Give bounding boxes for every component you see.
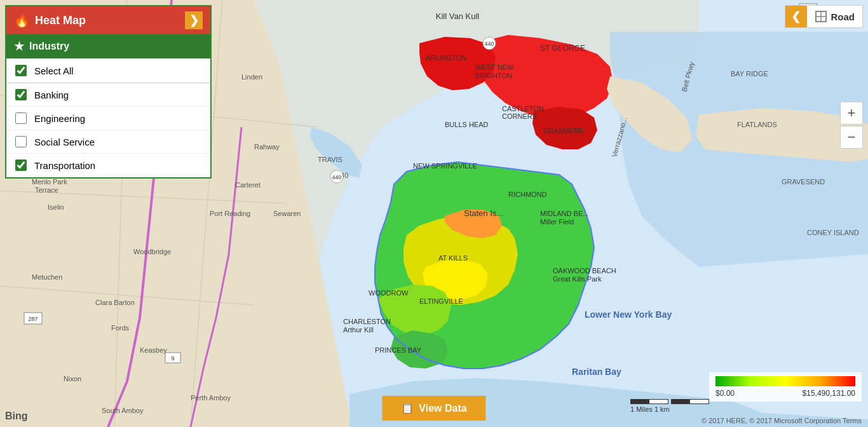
svg-text:Keasbey: Keasbey [140, 346, 167, 354]
panel-header: 🔥 Heat Map ❯ [6, 6, 210, 34]
svg-text:Miller Field: Miller Field [540, 218, 574, 226]
panel: 🔥 Heat Map ❯ ★ Industry Select All Banki… [5, 5, 212, 179]
svg-text:OAKWOOD BEACH: OAKWOOD BEACH [553, 267, 616, 274]
road-expand-button[interactable]: ❮ [785, 6, 807, 27]
svg-text:BRIGHTON: BRIGHTON [475, 72, 512, 79]
svg-text:MIDLAND BE...: MIDLAND BE... [540, 210, 588, 217]
zoom-in-button[interactable]: + [840, 102, 863, 125]
svg-text:NEW SPRINGVILLE: NEW SPRINGVILLE [413, 162, 477, 170]
svg-text:287: 287 [28, 316, 37, 322]
svg-text:Terrace: Terrace [35, 186, 58, 194]
flame-icon: 🔥 [14, 13, 30, 28]
view-data-icon: 📋 [401, 402, 414, 414]
svg-text:RICHMOND: RICHMOND [508, 191, 547, 198]
svg-text:CORNERS: CORNERS [502, 112, 537, 120]
copyright-text: © 2017 HERE, © 2017 Microsoft Corporatio… [702, 417, 862, 424]
svg-text:Kill Van Kull: Kill Van Kull [436, 11, 480, 21]
svg-text:Sewaren: Sewaren [273, 210, 301, 217]
svg-text:WOODROW: WOODROW [369, 289, 409, 297]
industry-item-engineering[interactable]: Engineering [6, 107, 210, 130]
legend-max-label: $15,490,131.00 [803, 389, 855, 398]
svg-text:Fords: Fords [111, 324, 130, 332]
svg-text:CHARLESTON: CHARLESTON [343, 318, 391, 325]
industry-item-banking[interactable]: Banking [6, 83, 210, 107]
banking-label[interactable]: Banking [34, 90, 69, 100]
road-label: Road [807, 8, 863, 25]
svg-text:Staten Is...: Staten Is... [464, 208, 503, 218]
select-all-checkbox[interactable] [15, 65, 27, 76]
svg-text:GRASMERE: GRASMERE [543, 127, 583, 135]
svg-text:Raritan Bay: Raritan Bay [572, 367, 621, 377]
bing-logo: Bing [5, 410, 28, 422]
svg-text:Great Kills Park: Great Kills Park [553, 275, 602, 283]
industry-item-social-service[interactable]: Social Service [6, 130, 210, 154]
svg-text:Rahway: Rahway [254, 143, 280, 151]
svg-text:ARLINGTON: ARLINGTON [426, 54, 466, 62]
svg-text:BULLS HEAD: BULLS HEAD [445, 121, 489, 128]
svg-text:Arthur Kill: Arthur Kill [343, 326, 374, 334]
social-service-label[interactable]: Social Service [34, 137, 95, 147]
svg-text:AT KILLS: AT KILLS [438, 254, 468, 262]
engineering-checkbox[interactable] [15, 112, 27, 124]
svg-text:9: 9 [171, 355, 174, 362]
social-service-checkbox[interactable] [15, 136, 27, 147]
svg-text:ELTINGVILLE: ELTINGVILLE [419, 297, 463, 305]
svg-text:Menlo Park: Menlo Park [32, 178, 67, 186]
engineering-label[interactable]: Engineering [34, 113, 85, 124]
svg-text:Linden: Linden [241, 73, 262, 81]
banking-checkbox[interactable] [15, 89, 27, 100]
collapse-button[interactable]: ❯ [185, 11, 203, 29]
svg-text:Lower New York Bay: Lower New York Bay [585, 309, 672, 320]
view-data-label: View Data [419, 403, 466, 414]
road-button[interactable]: ❮ Road [785, 5, 864, 28]
svg-text:Perth Amboy: Perth Amboy [191, 394, 231, 402]
zoom-out-button[interactable]: − [840, 126, 863, 149]
select-all-label[interactable]: Select All [34, 65, 74, 76]
svg-text:Carteret: Carteret [235, 181, 261, 189]
bing-text: Bing [5, 410, 28, 421]
svg-text:ST GEORGE: ST GEORGE [540, 44, 585, 53]
svg-text:PRINCES BAY: PRINCES BAY [375, 346, 422, 354]
industry-section-header: ★ Industry [6, 34, 210, 58]
select-all-row[interactable]: Select All [6, 58, 210, 83]
legend-gradient-bar [715, 376, 855, 386]
svg-text:CASTLETON: CASTLETON [502, 105, 544, 112]
svg-text:440: 440 [332, 174, 341, 180]
legend-min-label: $0.00 [715, 389, 735, 398]
scale-bar: 1 Miles 1 km [630, 399, 709, 413]
zoom-controls: + − [840, 102, 863, 149]
copyright: © 2017 HERE, © 2017 Microsoft Corporatio… [702, 417, 862, 424]
scale-label: 1 Miles 1 km [630, 405, 670, 413]
view-data-button[interactable]: 📋 View Data [382, 396, 485, 421]
legend-labels: $0.00 $15,490,131.00 [715, 389, 855, 398]
svg-text:Woodbridge: Woodbridge [133, 248, 171, 255]
svg-text:CONEY ISLAND: CONEY ISLAND [807, 229, 859, 236]
transportation-checkbox[interactable] [15, 159, 27, 171]
legend: $0.00 $15,490,131.00 [709, 372, 862, 402]
svg-text:Clara Barton: Clara Barton [95, 299, 135, 306]
svg-text:GRAVESEND: GRAVESEND [782, 178, 825, 186]
svg-text:440: 440 [484, 41, 494, 47]
industry-label: Industry [29, 41, 69, 52]
svg-text:Port Reading: Port Reading [210, 210, 250, 217]
svg-text:WEST NEW: WEST NEW [475, 64, 514, 71]
svg-text:Nixon: Nixon [64, 375, 81, 383]
industry-item-transportation[interactable]: Transportation [6, 154, 210, 177]
transportation-label[interactable]: Transportation [34, 160, 95, 171]
svg-text:FLATLANDS: FLATLANDS [737, 121, 777, 128]
panel-title: Heat Map [35, 14, 86, 27]
svg-text:Iselin: Iselin [48, 203, 64, 211]
star-icon: ★ [14, 39, 24, 53]
svg-text:TRAVIS: TRAVIS [318, 156, 342, 163]
svg-text:Metuchen: Metuchen [32, 273, 62, 281]
svg-text:BAY RIDGE: BAY RIDGE [731, 70, 768, 78]
road-icon [815, 10, 827, 23]
svg-text:South Amboy: South Amboy [102, 407, 144, 414]
